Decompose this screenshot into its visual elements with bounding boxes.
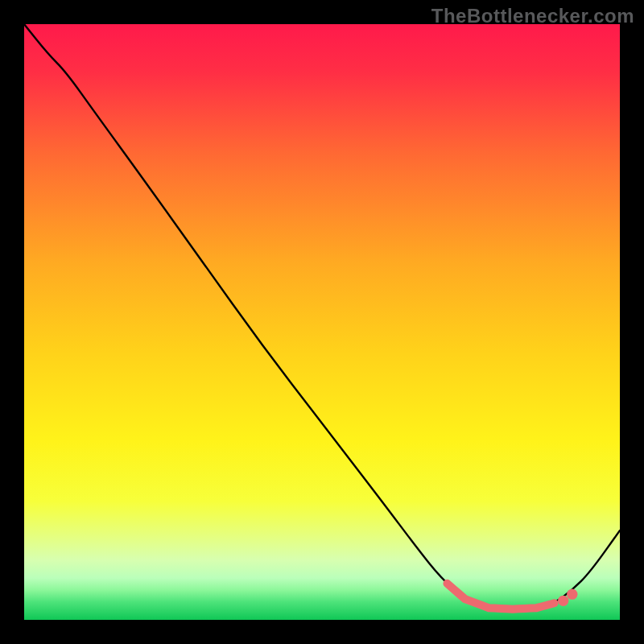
bottleneck-curve	[24, 24, 620, 609]
highlight-dot	[567, 589, 577, 600]
highlight-dot	[558, 596, 568, 606]
highlight-dots	[558, 589, 577, 606]
curve-layer	[24, 24, 620, 620]
highlight-segment	[447, 584, 554, 609]
chart-frame: TheBottlenecker.com	[0, 0, 644, 644]
plot-area	[24, 24, 620, 620]
